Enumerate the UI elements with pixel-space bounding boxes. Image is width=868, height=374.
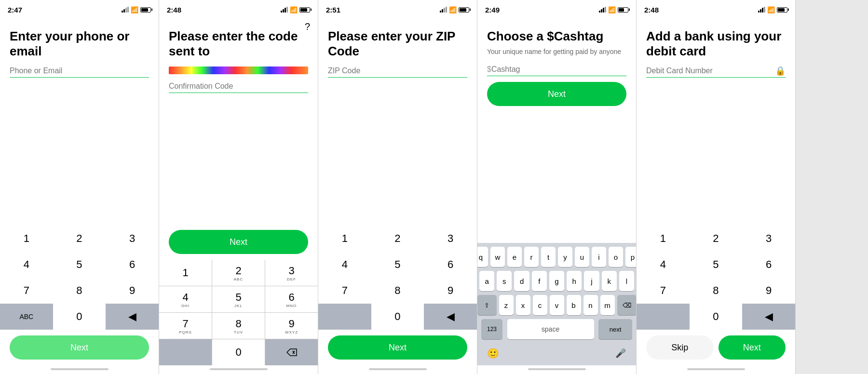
pkey-7[interactable]: 7PQRS	[159, 313, 212, 339]
dkey-4[interactable]: 4	[637, 252, 690, 278]
lock-icon: 🔒	[775, 66, 786, 76]
qkey-i[interactable]: i	[592, 247, 606, 267]
pkey-4[interactable]: 4GHI	[159, 286, 212, 312]
key-7[interactable]: 7	[0, 278, 53, 304]
zkey-7[interactable]: 7	[318, 278, 371, 304]
dkey-2[interactable]: 2	[690, 226, 743, 252]
qkey-n[interactable]: n	[583, 295, 598, 315]
next-button-1[interactable]: Next	[10, 335, 149, 360]
pkey-1[interactable]: 1	[159, 260, 212, 286]
qkey-m[interactable]: m	[600, 295, 615, 315]
zip-code-input[interactable]	[328, 65, 467, 78]
pkey-5[interactable]: 5JKL	[212, 286, 265, 312]
key-4[interactable]: 4	[0, 252, 53, 278]
zkey-0[interactable]: 0	[371, 304, 424, 330]
dkey-9[interactable]: 9	[742, 278, 795, 304]
dkey-empty	[637, 304, 690, 330]
zkey-9[interactable]: 9	[424, 278, 477, 304]
key-2[interactable]: 2	[53, 226, 106, 252]
next-button-3[interactable]: Next	[328, 335, 467, 360]
qkey-z[interactable]: z	[499, 295, 514, 315]
pkey-0[interactable]: 0	[212, 339, 265, 365]
qkey-g[interactable]: g	[549, 271, 564, 291]
qkey-a[interactable]: a	[479, 271, 494, 291]
dkey-backspace[interactable]: ◀	[742, 304, 795, 330]
debit-card-input[interactable]	[646, 65, 775, 77]
qkey-space[interactable]: space	[507, 319, 594, 339]
qkey-f[interactable]: f	[532, 271, 547, 291]
qkey-w[interactable]: w	[490, 247, 505, 267]
key-0[interactable]: 0	[53, 304, 106, 330]
zkey-1[interactable]: 1	[318, 226, 371, 252]
zkey-5[interactable]: 5	[371, 252, 424, 278]
dkey-7[interactable]: 7	[637, 278, 690, 304]
qkey-u[interactable]: u	[575, 247, 589, 267]
qkey-x[interactable]: x	[516, 295, 530, 315]
qkey-j[interactable]: j	[584, 271, 599, 291]
signal-icon-2	[281, 7, 288, 13]
next-button-5[interactable]: Next	[719, 335, 786, 360]
key-3[interactable]: 3	[106, 226, 159, 252]
pkey-2[interactable]: 2ABC	[212, 260, 265, 286]
qkey-y[interactable]: y	[558, 247, 572, 267]
dkey-1[interactable]: 1	[637, 226, 690, 252]
zkey-backspace[interactable]: ◀	[424, 304, 477, 330]
dkey-3[interactable]: 3	[742, 226, 795, 252]
qkey-o[interactable]: o	[609, 247, 623, 267]
key-9[interactable]: 9	[106, 278, 159, 304]
qkey-e[interactable]: e	[507, 247, 522, 267]
pkey-6[interactable]: 6MNO	[265, 286, 318, 312]
zkey-6[interactable]: 6	[424, 252, 477, 278]
qkey-k[interactable]: k	[602, 271, 617, 291]
dkey-8[interactable]: 8	[690, 278, 743, 304]
screen-2: 2:48 📶 ? Please enter the code sent to N…	[159, 0, 318, 374]
key-8[interactable]: 8	[53, 278, 106, 304]
zkey-empty	[318, 304, 371, 330]
skip-button-5[interactable]: Skip	[646, 335, 714, 360]
zkey-8[interactable]: 8	[371, 278, 424, 304]
pkey-empty	[159, 339, 212, 365]
qkey-shift[interactable]: ⇧	[477, 295, 497, 315]
qkey-next[interactable]: next	[598, 319, 632, 339]
qkey-d[interactable]: d	[514, 271, 529, 291]
pkey-9[interactable]: 9WXYZ	[265, 313, 318, 339]
cashtag-input[interactable]	[491, 63, 626, 76]
qkey-p[interactable]: p	[625, 247, 637, 267]
pkey-8[interactable]: 8TUV	[212, 313, 265, 339]
qkey-s[interactable]: s	[497, 271, 512, 291]
key-5[interactable]: 5	[53, 252, 106, 278]
qkey-numbers[interactable]: 123	[481, 319, 502, 339]
home-indicator-2	[210, 368, 268, 370]
qkey-c[interactable]: c	[533, 295, 547, 315]
key-abc[interactable]: ABC	[0, 304, 53, 330]
mic-key[interactable]: 🎤	[611, 343, 630, 363]
key-6[interactable]: 6	[106, 252, 159, 278]
phone-email-input[interactable]	[10, 65, 149, 78]
pkey-backspace[interactable]	[265, 339, 318, 365]
qkey-b[interactable]: b	[567, 295, 581, 315]
qkey-backspace[interactable]: ⌫	[617, 295, 637, 315]
qkey-l[interactable]: l	[619, 271, 634, 291]
qkey-r[interactable]: r	[524, 247, 539, 267]
next-button-4[interactable]: Next	[487, 82, 626, 106]
screen-2-title: Please enter the code sent to	[169, 29, 308, 59]
zkey-4[interactable]: 4	[318, 252, 371, 278]
confirmation-code-input[interactable]	[169, 80, 308, 93]
next-button-2[interactable]: Next	[169, 230, 308, 254]
key-backspace-1[interactable]: ◀	[106, 304, 159, 330]
dkey-6[interactable]: 6	[742, 252, 795, 278]
pkey-3[interactable]: 3DEF	[265, 260, 318, 286]
qkey-h[interactable]: h	[567, 271, 582, 291]
help-icon-2[interactable]: ?	[305, 21, 310, 32]
key-1[interactable]: 1	[0, 226, 53, 252]
zkey-3[interactable]: 3	[424, 226, 477, 252]
qkey-v[interactable]: v	[550, 295, 564, 315]
qkey-q[interactable]: q	[477, 247, 488, 267]
dkey-0[interactable]: 0	[690, 304, 743, 330]
emoji-key[interactable]: 🙂	[483, 343, 502, 363]
signal-icon-3	[440, 7, 447, 13]
dkey-5[interactable]: 5	[690, 252, 743, 278]
qkey-t[interactable]: t	[541, 247, 556, 267]
screen-2-content: ? Please enter the code sent to Next	[159, 17, 318, 260]
zkey-2[interactable]: 2	[371, 226, 424, 252]
